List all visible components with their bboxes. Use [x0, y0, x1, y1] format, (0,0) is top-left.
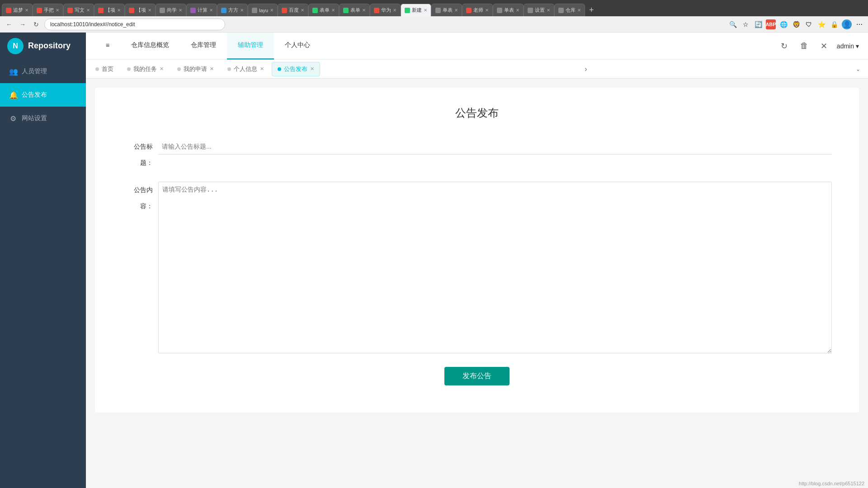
tab-close-18[interactable]: ✕ [547, 8, 550, 13]
tab-close-8[interactable]: ✕ [240, 8, 244, 13]
extension-icon-4[interactable]: 🦁 [791, 19, 801, 29]
browser-tab-18[interactable]: 设置 ✕ [524, 4, 554, 16]
sidebar-item-user-management[interactable]: 👥 人员管理 [0, 60, 86, 83]
tab-close-5[interactable]: ✕ [148, 8, 151, 13]
extension-icon-1[interactable]: 🔄 [753, 19, 763, 29]
sidebar-item-announcement[interactable]: 🔔 公告发布 [0, 83, 86, 107]
tab-close-7[interactable]: ✕ [209, 8, 213, 13]
user-avatar-browser[interactable]: 👤 [842, 19, 852, 29]
browser-tab-6[interactable]: 尚学 ✕ [156, 4, 186, 16]
form-actions: 发布公告 [122, 367, 832, 385]
search-icon[interactable]: 🔍 [728, 19, 738, 29]
nav-personal-center[interactable]: 个人中心 [274, 33, 321, 60]
extension-icon-7[interactable]: 🔒 [829, 19, 839, 29]
tab-label-11: 表单 [320, 7, 330, 14]
announcement-title-input[interactable] [158, 138, 832, 155]
tab-my-tasks[interactable]: 我的任务 ✕ [121, 62, 170, 76]
extension-icon-3[interactable]: 🌐 [778, 19, 788, 29]
browser-tab-14[interactable]: 新建 ✕ [401, 4, 431, 16]
tab-home[interactable]: 首页 [90, 62, 119, 76]
tab-close-15[interactable]: ✕ [454, 8, 458, 13]
extension-icon-6[interactable]: ⭐ [816, 19, 826, 29]
extension-icon-5[interactable]: 🛡 [804, 19, 814, 29]
browser-tab-19[interactable]: 仓库 ✕ [554, 4, 585, 16]
browser-tab-7[interactable]: 计算 ✕ [186, 4, 217, 16]
url-input[interactable]: localhost:10010/index#//notice_edit [44, 19, 225, 30]
browser-tab-13[interactable]: 华为 ✕ [370, 4, 401, 16]
delete-icon-btn[interactable]: 🗑 [797, 39, 811, 53]
bookmark-icon[interactable]: ☆ [741, 19, 750, 29]
tab-close-my-apply[interactable]: ✕ [210, 66, 214, 72]
tab-favicon-14 [405, 8, 410, 13]
nav-menu-toggle[interactable]: ≡ [95, 33, 120, 60]
browser-tab-2[interactable]: 手把 ✕ [33, 4, 63, 16]
tab-close-17[interactable]: ✕ [516, 8, 519, 13]
tab-close-19[interactable]: ✕ [577, 8, 581, 13]
address-bar: ← → ↻ localhost:10010/index#//notice_edi… [0, 16, 868, 33]
tab-close-14[interactable]: ✕ [424, 8, 427, 13]
tab-close-6[interactable]: ✕ [179, 8, 182, 13]
tab-favicon-13 [374, 8, 379, 13]
browser-tab-9[interactable]: layu ✕ [248, 4, 278, 16]
refresh-icon-btn[interactable]: ↻ [777, 39, 792, 53]
browser-tab-1[interactable]: 追梦 ✕ [2, 4, 33, 16]
users-icon: 👥 [9, 67, 17, 76]
tab-close-11[interactable]: ✕ [331, 8, 335, 13]
new-tab-button[interactable]: + [585, 4, 598, 16]
tab-announcement[interactable]: 公告发布 ✕ [272, 62, 320, 76]
refresh-button[interactable]: ↻ [31, 19, 42, 30]
tab-favicon-10 [282, 8, 287, 13]
tab-label-7: 计算 [198, 7, 208, 14]
tab-close-13[interactable]: ✕ [393, 8, 396, 13]
browser-tab-10[interactable]: 百度 ✕ [278, 4, 308, 16]
browser-tab-16[interactable]: 老师 ✕ [462, 4, 493, 16]
tab-close-personal-info[interactable]: ✕ [260, 66, 264, 72]
browser-tab-12[interactable]: 表单 ✕ [339, 4, 370, 16]
browser-tab-4[interactable]: 【项 ✕ [94, 4, 125, 16]
tab-close-4[interactable]: ✕ [117, 8, 121, 13]
tab-close-my-tasks[interactable]: ✕ [160, 66, 164, 72]
extension-icon-2[interactable]: ABP [766, 19, 776, 29]
browser-tab-17[interactable]: 单表 ✕ [493, 4, 524, 16]
tab-close-10[interactable]: ✕ [301, 8, 304, 13]
nav-warehouse-overview[interactable]: 仓库信息概览 [120, 33, 180, 60]
tab-next-btn[interactable]: › [580, 63, 592, 75]
page-content: 公告发布 公告标题： 公告内容： 发布公告 [86, 79, 868, 479]
tab-close-9[interactable]: ✕ [270, 8, 274, 13]
more-menu-button[interactable]: ⋯ [854, 19, 864, 29]
sidebar-item-site-settings[interactable]: ⚙ 网站设置 [0, 107, 86, 130]
nav-personal-center-label: 个人中心 [285, 41, 310, 49]
tab-label-9: layu [259, 8, 268, 13]
nav-auxiliary-management[interactable]: 辅助管理 [227, 33, 274, 60]
browser-tab-3[interactable]: 写文 ✕ [63, 4, 94, 16]
form-card: 公告发布 公告标题： 公告内容： 发布公告 [95, 88, 859, 413]
browser-tab-5[interactable]: 【项 ✕ [125, 4, 156, 16]
tab-favicon-4 [98, 8, 104, 13]
tab-close-announcement[interactable]: ✕ [310, 66, 314, 72]
tab-label-15: 单表 [443, 7, 453, 14]
tab-favicon-5 [129, 8, 134, 13]
tab-close-1[interactable]: ✕ [25, 8, 28, 13]
tab-personal-info[interactable]: 个人信息 ✕ [222, 62, 270, 76]
submit-announcement-button[interactable]: 发布公告 [444, 367, 509, 385]
tab-close-3[interactable]: ✕ [86, 8, 90, 13]
tab-expand-btn[interactable]: ⌄ [852, 63, 864, 75]
nav-warehouse-management[interactable]: 仓库管理 [180, 33, 227, 60]
tab-close-16[interactable]: ✕ [485, 8, 489, 13]
content-area: 首页 我的任务 ✕ 我的申请 ✕ 个人信息 ✕ [86, 60, 868, 488]
sidebar-item-announcement-label: 公告发布 [22, 91, 47, 99]
tab-favicon-9 [252, 8, 257, 13]
tab-my-apply[interactable]: 我的申请 ✕ [171, 62, 220, 76]
announcement-content-textarea[interactable] [158, 182, 832, 353]
close-icon-btn[interactable]: ✕ [817, 39, 831, 53]
browser-tab-11[interactable]: 表单 ✕ [308, 4, 339, 16]
announcement-icon: 🔔 [9, 91, 17, 99]
tab-close-12[interactable]: ✕ [362, 8, 366, 13]
tab-dot-my-tasks [127, 67, 131, 71]
browser-tab-8[interactable]: 方方 ✕ [217, 4, 248, 16]
browser-tab-15[interactable]: 单表 ✕ [431, 4, 462, 16]
tab-close-2[interactable]: ✕ [56, 8, 59, 13]
forward-button[interactable]: → [17, 19, 28, 30]
admin-dropdown[interactable]: admin ▾ [837, 42, 859, 50]
back-button[interactable]: ← [4, 19, 14, 30]
